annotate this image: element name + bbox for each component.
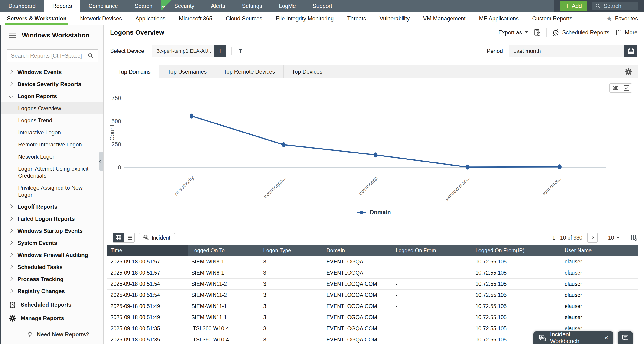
chart-options-button[interactable] xyxy=(610,84,621,92)
sidebar-scheduled-reports[interactable]: Scheduled Reports xyxy=(1,298,103,312)
table-toolbar: Incident 1 - 10 of 930 10 xyxy=(107,232,638,243)
sidebar-group-logon-reports[interactable]: Logon Reports xyxy=(0,90,103,102)
incident-button[interactable]: Incident xyxy=(139,233,175,242)
report-search-box[interactable] xyxy=(7,50,98,62)
column-header-logged-on-to[interactable]: Logged On To xyxy=(188,245,260,256)
chevron-right-icon xyxy=(8,228,13,232)
filter-icon[interactable] xyxy=(237,48,244,54)
chart-tab-top-usernames[interactable]: Top Usernames xyxy=(159,65,215,78)
topnav-tab-settings[interactable]: Settings xyxy=(234,0,270,12)
subnav-tab-file-integrity-monitoring[interactable]: File Integrity Monitoring xyxy=(275,12,334,25)
add-button[interactable]: + Add xyxy=(560,2,587,11)
column-header-time[interactable]: Time xyxy=(107,245,188,256)
subnav-tab-vm-management[interactable]: VM Management xyxy=(422,12,467,25)
sidebar-item-logon-attempt-using-explicit-credentials[interactable]: Logon Attempt Using explicit Credentials xyxy=(0,163,103,182)
topnav-tab-search[interactable]: Search xyxy=(126,0,161,12)
sidebar-item-network-logon[interactable]: Network Logon xyxy=(0,151,103,163)
table-view-button[interactable] xyxy=(113,233,124,242)
feedback-chat-button[interactable] xyxy=(618,332,633,344)
subnav-tab-applications[interactable]: Applications xyxy=(134,12,166,25)
subnav-tab-custom-reports[interactable]: Custom Reports xyxy=(531,12,573,25)
column-header-user-name[interactable]: User Name xyxy=(561,245,638,256)
export-as-button[interactable]: Export as xyxy=(498,29,528,36)
subnav-tab-microsoft-365[interactable]: Microsoft 365 xyxy=(178,12,213,25)
sidebar-item-remote-interactive-logon[interactable]: Remote Interactive Logon xyxy=(0,138,103,151)
column-header-logon-type[interactable]: Logon Type xyxy=(260,245,323,256)
chart-type-button[interactable] xyxy=(621,84,632,92)
table-row[interactable]: 2025-09-18 00:51:54SIEM-WIN11-23EVENTLOG… xyxy=(107,278,638,290)
sidebar-item-privilege-assigned-to-new-logon[interactable]: Privilege Assigned to New Logon xyxy=(0,182,103,201)
topnav-tab-dashboard[interactable]: Dashboard xyxy=(0,0,44,12)
add-device-button[interactable]: + xyxy=(214,45,226,57)
subnav-tab-threats[interactable]: Threats xyxy=(346,12,367,25)
topnav-tab-reports[interactable]: Reports xyxy=(44,0,80,12)
table-row[interactable]: 2025-09-18 00:51:54SIEM-WIN11-23EVENTLOG… xyxy=(107,290,638,301)
column-header-logged-on-from[interactable]: Logged On From xyxy=(392,245,472,256)
table-cell: 10.72.55.105 xyxy=(472,256,561,267)
incident-workbench-bar[interactable]: Incident Workbench × xyxy=(534,332,613,344)
device-input[interactable] xyxy=(152,45,214,57)
table-cell: - xyxy=(392,278,472,290)
need-new-reports-button[interactable]: Need New Reports? xyxy=(1,325,103,340)
chart-view-buttons xyxy=(610,83,632,92)
sidebar-group-failed-logon-reports[interactable]: Failed Logon Reports xyxy=(0,213,103,225)
topnav-tab-logme[interactable]: LogMe xyxy=(270,0,304,12)
sidebar-collapse-handle[interactable] xyxy=(99,152,103,171)
report-search-input[interactable] xyxy=(11,52,85,59)
table-row[interactable]: 2025-09-18 00:51:49SIEM-WIN11-13EVENTLOG… xyxy=(107,301,638,312)
table-row[interactable]: 2025-09-18 00:51:57SIEM-WIN8-13EVENTLOGQ… xyxy=(107,268,638,278)
chart-tab-top-devices[interactable]: Top Devices xyxy=(284,65,331,78)
calendar-button[interactable] xyxy=(624,45,638,57)
topnav-tab-security[interactable]: NEWSecurity xyxy=(161,0,203,12)
more-button[interactable]: More xyxy=(615,29,638,36)
sidebar-group-scheduled-tasks[interactable]: Scheduled Tasks xyxy=(0,261,103,273)
chevron-right-icon xyxy=(8,264,13,269)
chart-tab-list: Top DomainsTop UsernamesTop Remote Devic… xyxy=(110,65,331,78)
sidebar-item-interactive-logon[interactable]: Interactive Logon xyxy=(0,126,103,138)
subnav-tab-servers-workstation[interactable]: Servers & Workstation xyxy=(6,12,68,25)
incident-button-label: Incident xyxy=(152,235,170,241)
sidebar-group-logoff-reports[interactable]: Logoff Reports xyxy=(0,201,103,213)
sidebar-group-system-events[interactable]: System Events xyxy=(0,237,103,249)
export-as-label: Export as xyxy=(498,29,522,36)
subnav-tab-cloud-sources[interactable]: Cloud Sources xyxy=(225,12,263,25)
chart-settings-button[interactable] xyxy=(625,65,638,78)
favorites-button[interactable]: ★ Favorites xyxy=(606,15,638,22)
sidebar-item-logons-overview[interactable]: Logons Overview xyxy=(0,102,103,114)
column-picker-icon[interactable] xyxy=(630,234,638,242)
column-header-domain[interactable]: Domain xyxy=(323,245,392,256)
global-search-input[interactable] xyxy=(604,3,634,9)
scheduled-reports-button[interactable]: Scheduled Reports xyxy=(552,29,610,36)
sidebar-item-logons-trend[interactable]: Logons Trend xyxy=(0,114,103,126)
page-size-dropdown[interactable]: 10 xyxy=(608,235,620,241)
sidebar-group-windows-startup-events[interactable]: Windows Startup Events xyxy=(0,225,103,237)
divider xyxy=(232,47,232,55)
topnav-tab-alerts[interactable]: Alerts xyxy=(203,0,234,12)
chart-tab-top-remote-devices[interactable]: Top Remote Devices xyxy=(215,65,284,78)
topnav-tab-compliance[interactable]: Compliance xyxy=(80,0,126,12)
subnav-tab-me-applications[interactable]: ME Applications xyxy=(478,12,520,25)
chevron-down-icon xyxy=(525,31,528,34)
period-input[interactable] xyxy=(509,45,638,57)
next-page-button[interactable] xyxy=(587,233,598,242)
subnav-tab-vulnerability[interactable]: Vulnerability xyxy=(379,12,411,25)
export-history-icon[interactable] xyxy=(534,29,541,36)
sidebar-group-windows-events[interactable]: Windows Events xyxy=(0,66,103,78)
column-header-logged-on-from-ip[interactable]: Logged On From(IP) xyxy=(472,245,561,256)
list-view-button[interactable] xyxy=(124,233,134,242)
close-icon[interactable]: × xyxy=(604,334,608,341)
global-search[interactable] xyxy=(592,2,638,10)
hamburger-menu-icon[interactable] xyxy=(9,32,16,38)
chart-tab-top-domains[interactable]: Top Domains xyxy=(110,65,159,78)
sidebar-group-process-tracking[interactable]: Process Tracking xyxy=(0,273,103,285)
table-cell: 2025-09-18 00:51:49 xyxy=(107,301,188,312)
sidebar-manage-reports[interactable]: Manage Reports xyxy=(1,312,103,325)
chart-legend[interactable]: Domain xyxy=(110,209,638,216)
table-cell: SIEM-WIN8-1 xyxy=(188,256,260,267)
subnav-tab-network-devices[interactable]: Network Devices xyxy=(79,12,123,25)
sidebar-group-device-severity-reports[interactable]: Device Severity Reports xyxy=(0,78,103,90)
table-row[interactable]: 2025-09-18 00:51:49SIEM-WIN11-13EVENTLOG… xyxy=(107,312,638,323)
sidebar-group-windows-firewall-auditing[interactable]: Windows Firewall Auditing xyxy=(0,249,103,261)
table-row[interactable]: 2025-09-18 00:51:57SIEM-WIN8-13EVENTLOGQ… xyxy=(107,256,638,268)
topnav-tab-support[interactable]: Support xyxy=(304,0,340,12)
